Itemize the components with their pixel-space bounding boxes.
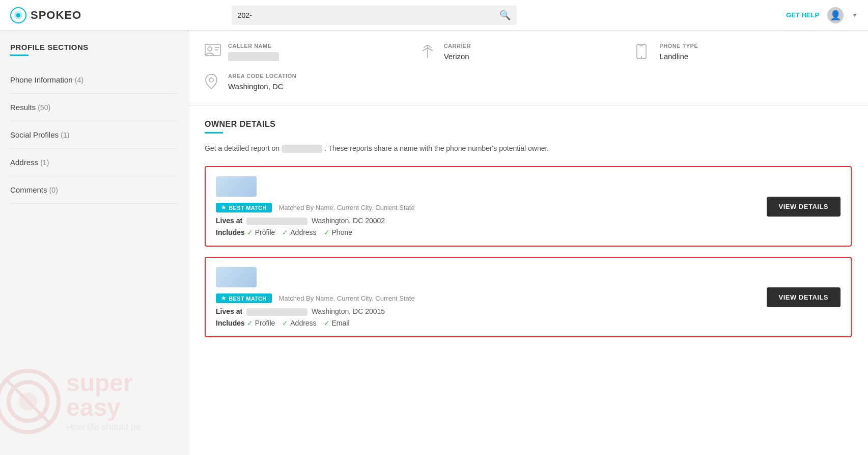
main-content: CALLER NAME [188, 31, 868, 455]
svg-point-2 [16, 13, 20, 17]
chevron-down-icon[interactable]: ▼ [852, 12, 858, 19]
svg-point-8 [208, 47, 212, 51]
svg-point-3 [0, 371, 59, 432]
header: SPOKEO 🔍 GET HELP 👤 ▼ [0, 0, 868, 31]
match-1-include-phone: ✓ Phone [324, 228, 352, 236]
search-button[interactable]: 🔍 [499, 10, 511, 21]
caller-name-block: CALLER NAME [205, 43, 421, 62]
match-2-include-address: ✓ Address [282, 319, 316, 327]
match-1-include-address: ✓ Address [282, 228, 316, 236]
watermark-icon [0, 368, 61, 435]
watermark-tagline: How life should be [66, 422, 141, 433]
logo-icon [10, 7, 26, 23]
sidebar-item-label: Comments [10, 185, 47, 194]
caller-name-icon [205, 44, 221, 62]
avatar-icon: 👤 [830, 10, 841, 21]
area-code-label: AREA CODE LOCATION [228, 73, 296, 79]
svg-line-13 [428, 45, 432, 48]
star-icon: ★ [221, 204, 226, 211]
match-1-include-profile: ✓ Profile [247, 228, 275, 236]
caller-name-label: CALLER NAME [228, 43, 279, 49]
area-code-value: Washington, DC [228, 82, 296, 91]
phone-type-icon [636, 44, 652, 63]
svg-line-12 [424, 45, 428, 48]
view-details-button-1[interactable]: VIEW DETAILS [767, 197, 841, 217]
match-2-include-email: ✓ Email [324, 319, 350, 327]
match-card-2: ★ BEST MATCH Matched By Name, Current Ci… [205, 257, 852, 337]
match-2-lives-at: Lives at Washington, DC 20015 [216, 307, 757, 316]
match-1-includes: Includes ✓ Profile ✓ Address ✓ Phone [216, 228, 757, 236]
watermark: supereasy How life should be [0, 368, 141, 435]
header-right: GET HELP 👤 ▼ [786, 7, 858, 23]
svg-line-6 [5, 379, 51, 424]
best-match-badge-2: ★ BEST MATCH [216, 293, 272, 303]
area-code-icon [205, 74, 221, 93]
best-match-badge-1: ★ BEST MATCH [216, 203, 272, 212]
check-icon: ✓ [247, 228, 253, 236]
match-card-2-content: ★ BEST MATCH Matched By Name, Current Ci… [216, 267, 757, 327]
sidebar-nav: Phone Information (4) Results (50) Socia… [10, 66, 178, 204]
sidebar-item-count: (1) [40, 158, 49, 167]
sidebar-item-comments[interactable]: Comments (0) [10, 176, 178, 204]
owner-details-title: OWNER DETAILS [205, 120, 852, 129]
check-icon: ✓ [282, 228, 288, 236]
watermark-brand: supereasy [66, 371, 141, 420]
check-icon: ✓ [282, 319, 288, 327]
caller-name-value [228, 52, 279, 61]
logo-text: SPOKEO [31, 9, 81, 22]
sidebar-item-count: (0) [49, 186, 58, 194]
check-icon: ✓ [247, 319, 253, 327]
sidebar-item-phone-information[interactable]: Phone Information (4) [10, 66, 178, 94]
sidebar-item-results[interactable]: Results (50) [10, 94, 178, 121]
search-bar: 🔍 [232, 6, 517, 25]
get-help-link[interactable]: GET HELP [786, 11, 819, 19]
match-1-badge-row: ★ BEST MATCH Matched By Name, Current Ci… [216, 203, 757, 212]
match-1-avatar [216, 176, 257, 197]
sidebar-item-social-profiles[interactable]: Social Profiles (1) [10, 121, 178, 149]
phone-type-info: PHONE TYPE Landline [659, 43, 698, 61]
star-icon: ★ [221, 295, 226, 302]
sidebar-item-label: Phone Information [10, 75, 73, 84]
carrier-value: Verizon [444, 52, 471, 61]
sidebar-underline [10, 55, 29, 56]
phone-info-grid: CALLER NAME [205, 43, 852, 63]
sidebar-title: PROFILE SECTIONS [10, 43, 178, 51]
phone-type-value: Landline [659, 52, 698, 61]
watermark-text-block: supereasy How life should be [66, 371, 141, 433]
check-icon: ✓ [324, 228, 330, 236]
check-icon: ✓ [324, 319, 330, 327]
svg-point-5 [19, 392, 37, 411]
match-2-include-profile: ✓ Profile [247, 319, 275, 327]
view-details-button-2[interactable]: VIEW DETAILS [767, 287, 841, 307]
svg-point-17 [641, 57, 642, 58]
carrier-info: CARRIER Verizon [444, 43, 471, 61]
phone-type-label: PHONE TYPE [659, 43, 698, 49]
match-2-address-blurred [246, 308, 307, 316]
sidebar-item-count: (4) [75, 76, 83, 84]
sidebar-item-label: Results [10, 103, 36, 112]
svg-point-19 [209, 78, 213, 82]
avatar[interactable]: 👤 [827, 7, 844, 23]
sidebar-item-count: (50) [38, 103, 50, 112]
match-card-1: ★ BEST MATCH Matched By Name, Current Ci… [205, 166, 852, 247]
sidebar-item-label: Social Profiles [10, 130, 59, 139]
match-1-lives-at: Lives at Washington, DC 20002 [216, 217, 757, 225]
carrier-icon [421, 44, 437, 63]
sidebar-item-label: Address [10, 158, 38, 167]
svg-point-4 [9, 382, 47, 421]
logo[interactable]: SPOKEO [10, 7, 81, 23]
search-input[interactable] [238, 11, 499, 19]
main-layout: PROFILE SECTIONS Phone Information (4) R… [0, 31, 868, 455]
phone-type-block: PHONE TYPE Landline [636, 43, 852, 63]
area-code-info: AREA CODE LOCATION Washington, DC [228, 73, 296, 91]
owner-blurred-name [282, 145, 322, 153]
sidebar-item-address[interactable]: Address (1) [10, 149, 178, 176]
phone-info-section: CALLER NAME [188, 31, 868, 105]
carrier-block: CARRIER Verizon [421, 43, 636, 63]
owner-details-section: OWNER DETAILS Get a detailed report on .… [188, 105, 868, 362]
svg-line-15 [428, 48, 433, 51]
sidebar-item-count: (1) [61, 131, 69, 139]
caller-name-info: CALLER NAME [228, 43, 279, 61]
match-2-badge-row: ★ BEST MATCH Matched By Name, Current Ci… [216, 293, 757, 303]
match-2-criteria: Matched By Name, Current City, Current S… [279, 295, 415, 302]
